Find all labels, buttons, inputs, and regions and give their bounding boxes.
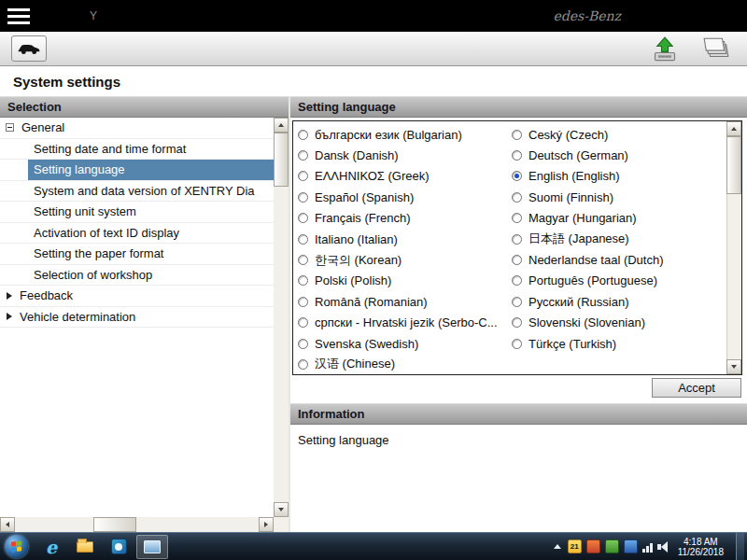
start-button[interactable] xyxy=(5,535,28,558)
tree-horizontal-scrollbar[interactable] xyxy=(0,517,274,532)
radio-icon[interactable] xyxy=(298,297,308,307)
tree-item-unit-system[interactable]: Setting unit system xyxy=(0,202,274,223)
tree-item-text-id-display[interactable]: Activation of text ID display xyxy=(0,223,274,245)
clock[interactable]: 4:18 AM 11/26/2018 xyxy=(672,537,731,557)
collapse-icon[interactable] xyxy=(6,123,14,132)
scroll-left-button[interactable] xyxy=(0,517,15,532)
scroll-up-button[interactable] xyxy=(726,121,741,136)
scroll-down-button[interactable] xyxy=(274,502,289,517)
shield-tray-icon[interactable] xyxy=(586,539,600,553)
language-option-label: Polski (Polish) xyxy=(315,273,391,287)
language-option-dutch[interactable]: Nederlandse taal (Dutch) xyxy=(512,249,726,270)
tree-item-workshop[interactable]: Selection of workshop xyxy=(0,265,274,287)
radio-icon[interactable] xyxy=(298,234,308,245)
radio-icon[interactable] xyxy=(298,275,308,286)
expand-icon[interactable] xyxy=(7,313,12,320)
manuals-button[interactable] xyxy=(697,35,736,62)
radio-icon[interactable] xyxy=(298,359,308,370)
radio-icon[interactable] xyxy=(512,192,522,203)
calendar-tray-icon[interactable]: 21 xyxy=(568,539,582,553)
tree-item-system-data-version[interactable]: System and data version of XENTRY Dia xyxy=(0,181,274,203)
radio-icon[interactable] xyxy=(298,255,308,265)
scroll-down-button[interactable] xyxy=(726,359,741,374)
vehicle-button[interactable] xyxy=(11,35,47,62)
radio-icon[interactable] xyxy=(512,234,522,245)
app-button[interactable] xyxy=(103,535,134,559)
language-option-spanish[interactable]: Español (Spanish) xyxy=(298,187,512,207)
radio-icon[interactable] xyxy=(298,171,308,181)
expand-icon[interactable] xyxy=(7,292,12,300)
radio-icon[interactable] xyxy=(512,213,522,223)
tree-item-paper-format[interactable]: Setting the paper format xyxy=(0,244,274,265)
language-option-label: Suomi (Finnish) xyxy=(529,190,613,204)
windows-taskbar: e 21 4:18 AM 11/26/2018 xyxy=(0,532,747,560)
language-option-italian[interactable]: Italiano (Italian) xyxy=(298,229,512,249)
accept-button[interactable]: Accept xyxy=(652,378,741,398)
radio-icon[interactable] xyxy=(512,275,522,286)
language-list: български език (Bulgarian) Dansk (Danish… xyxy=(292,120,742,375)
radio-icon[interactable] xyxy=(512,317,522,328)
tree-item-feedback[interactable]: Feedback xyxy=(0,286,274,307)
radio-icon[interactable] xyxy=(512,150,522,161)
radio-icon[interactable] xyxy=(512,255,522,265)
install-update-button[interactable] xyxy=(646,35,684,62)
active-window-button[interactable] xyxy=(136,535,168,559)
explorer-button[interactable] xyxy=(69,535,101,559)
language-option-label: Español (Spanish) xyxy=(315,190,414,204)
language-option-label: ΕΛΛΗΝΙΚΟΣ (Greek) xyxy=(315,169,430,183)
language-option-turkish[interactable]: Türkçe (Turkish) xyxy=(512,333,726,354)
hidden-icons-arrow-icon[interactable] xyxy=(554,544,561,549)
language-option-danish[interactable]: Dansk (Danish) xyxy=(298,145,512,165)
language-option-swedish[interactable]: Svenska (Swedish) xyxy=(298,333,512,354)
active-window-icon xyxy=(144,540,161,553)
language-option-greek[interactable]: ΕΛΛΗΝΙΚΟΣ (Greek) xyxy=(298,166,512,187)
tree-vertical-scrollbar[interactable] xyxy=(274,118,289,517)
redacted-title-fragment: Y xyxy=(90,9,97,22)
scroll-up-button[interactable] xyxy=(274,118,289,133)
green-app-tray-icon[interactable] xyxy=(605,539,619,553)
language-option-serbo-croatian[interactable]: српски - Hrvatski jezik (Serbo-C... xyxy=(298,313,512,333)
volume-icon[interactable] xyxy=(657,541,668,553)
menu-icon[interactable] xyxy=(7,8,30,24)
internet-explorer-button[interactable]: e xyxy=(35,535,67,559)
language-option-hungarian[interactable]: Magyar (Hungarian) xyxy=(512,208,726,229)
language-option-german[interactable]: Deutsch (German) xyxy=(512,145,726,165)
scrollbar-thumb[interactable] xyxy=(93,517,136,532)
tree-item-vehicle-determination[interactable]: Vehicle determination xyxy=(0,307,274,329)
language-option-bulgarian[interactable]: български език (Bulgarian) xyxy=(298,124,512,145)
tree-item-general[interactable]: General xyxy=(0,118,274,139)
radio-checked-icon[interactable] xyxy=(512,171,522,181)
scrollbar-thumb[interactable] xyxy=(274,133,289,187)
blue-app-tray-icon[interactable] xyxy=(624,539,638,553)
radio-icon[interactable] xyxy=(512,297,522,307)
language-option-japanese[interactable]: 日本語 (Japanese) xyxy=(512,229,726,249)
scrollbar-thumb[interactable] xyxy=(726,136,741,194)
language-option-korean[interactable]: 한국의 (Korean) xyxy=(298,249,512,270)
radio-icon[interactable] xyxy=(298,150,308,161)
scroll-right-button[interactable] xyxy=(259,517,274,532)
radio-icon[interactable] xyxy=(298,130,308,140)
radio-icon[interactable] xyxy=(512,339,522,349)
language-option-polish[interactable]: Polski (Polish) xyxy=(298,271,512,291)
radio-icon[interactable] xyxy=(298,213,308,223)
language-option-finnish[interactable]: Suomi (Finnish) xyxy=(512,187,726,207)
radio-icon[interactable] xyxy=(512,130,522,140)
language-option-romanian[interactable]: Română (Romanian) xyxy=(298,291,512,312)
network-icon[interactable] xyxy=(642,541,653,553)
tree-item-setting-language[interactable]: Setting language xyxy=(0,160,274,181)
radio-icon[interactable] xyxy=(298,339,308,349)
radio-icon[interactable] xyxy=(298,192,308,203)
tree-item-date-time-format[interactable]: Setting date and time format xyxy=(0,139,274,161)
information-text: Setting language xyxy=(290,425,747,532)
language-option-french[interactable]: Français (French) xyxy=(298,208,512,229)
language-option-chinese[interactable]: 汉语 (Chinese) xyxy=(298,354,512,373)
language-option-portuguese[interactable]: Português (Portuguese) xyxy=(512,271,726,291)
language-option-czech[interactable]: Ceský (Czech) xyxy=(512,124,726,145)
radio-icon[interactable] xyxy=(298,317,308,328)
show-desktop-button[interactable] xyxy=(736,533,744,560)
language-option-english[interactable]: English (English) xyxy=(512,166,726,187)
language-option-russian[interactable]: Русский (Russian) xyxy=(512,291,726,312)
tree-item-label: Setting date and time format xyxy=(34,142,186,156)
language-option-slovenian[interactable]: Slovenski (Slovenian) xyxy=(512,313,726,333)
language-list-scrollbar[interactable] xyxy=(726,121,741,374)
